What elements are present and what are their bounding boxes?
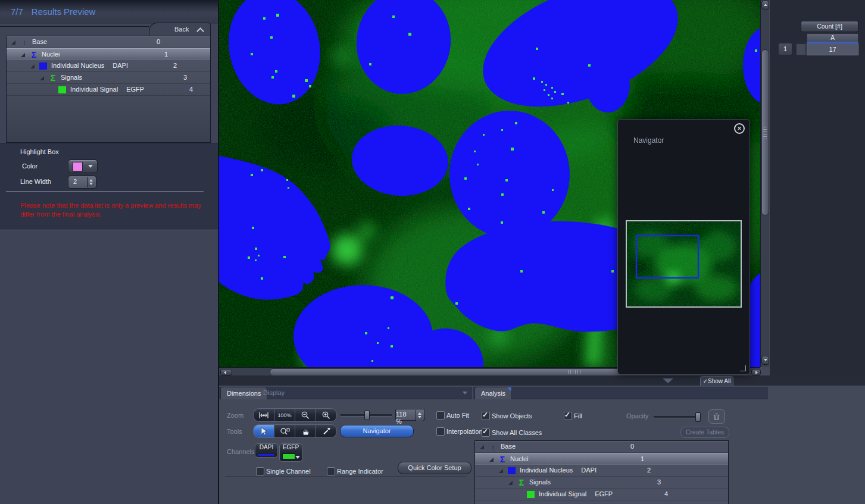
single-channel-checkbox[interactable] xyxy=(256,467,264,475)
channel-dapi-button[interactable]: DAPI xyxy=(255,443,278,458)
tree-row-individual-nucleus[interactable]: Individual NucleusDAPI2 xyxy=(475,465,728,477)
tree-row-signals[interactable]: ΣSignals3 xyxy=(475,477,728,489)
expander-icon[interactable] xyxy=(499,469,503,473)
results-table-panel: Count [#] A 1 17 xyxy=(770,0,865,375)
tab-analysis[interactable]: Analysis xyxy=(474,387,512,399)
tree-row-label: Nuclei xyxy=(42,51,60,58)
fit-view-button[interactable] xyxy=(253,408,274,422)
zoom-region-tool-button[interactable] xyxy=(274,424,295,438)
zoom-stepper[interactable] xyxy=(416,410,424,421)
tree-row-individual-nucleus[interactable]: Individual NucleusDAPI2 xyxy=(7,60,210,72)
column-a-header[interactable]: A xyxy=(807,33,858,43)
create-tables-button[interactable]: Create Tables xyxy=(680,427,729,438)
zoom-in-button[interactable] xyxy=(316,408,337,422)
blue-square-icon xyxy=(39,62,47,70)
single-channel-label: Single Channel xyxy=(266,468,311,475)
zoom-value-field[interactable]: 118 % xyxy=(395,409,425,421)
tree-row-label: Individual Nucleus xyxy=(520,467,573,474)
tree-row-nuclei[interactable]: ΣNuclei1 xyxy=(475,453,728,465)
arrow-down-icon xyxy=(764,359,767,361)
show-all-toggle[interactable]: ✓Show All xyxy=(700,376,733,386)
step-down-icon[interactable] xyxy=(89,183,93,185)
channel-egfp-button[interactable]: EGFP xyxy=(279,443,302,462)
expander-icon[interactable] xyxy=(30,64,35,68)
expander-icon[interactable] xyxy=(21,53,25,57)
zoom-100-button[interactable]: 100% xyxy=(274,408,295,422)
tree-row-base[interactable]: ↑Base0 xyxy=(475,441,728,453)
row-header[interactable]: 1 xyxy=(778,43,792,55)
auto-fit-checkbox[interactable] xyxy=(436,411,445,420)
expander-icon[interactable] xyxy=(480,445,484,449)
chevron-down-icon[interactable] xyxy=(295,456,300,459)
highlight-color-dropdown[interactable] xyxy=(68,159,98,173)
interpolation-checkbox[interactable] xyxy=(436,427,445,436)
expander-icon[interactable] xyxy=(508,481,513,485)
step-up-icon[interactable] xyxy=(89,179,93,181)
navigator-button[interactable]: Navigator xyxy=(340,425,414,437)
vertical-scrollbar[interactable] xyxy=(760,0,769,367)
scroll-up-button[interactable] xyxy=(761,1,769,10)
pan-tool-button[interactable] xyxy=(295,424,316,438)
zen-analysis-window: 7/7Results Preview Back ↑Base0 ΣNuclei1 … xyxy=(0,0,865,504)
delete-button[interactable] xyxy=(708,409,725,424)
spacer-cell xyxy=(796,43,806,55)
thumb-grip xyxy=(568,370,582,374)
chevron-down-icon xyxy=(88,165,93,168)
tree-row-individual-signal[interactable]: Individual SignalEGFP4 xyxy=(475,489,728,500)
expander-icon[interactable] xyxy=(40,76,44,80)
picker-tool-button[interactable] xyxy=(316,424,337,438)
tree-row-individual-signal[interactable]: Individual SignalEGFP4 xyxy=(7,84,210,96)
tree-row-label: Individual Signal xyxy=(539,490,586,497)
stepper-buttons[interactable] xyxy=(87,177,95,187)
cursor-tool-button[interactable] xyxy=(253,424,274,438)
tree-row-label: Nuclei xyxy=(510,455,529,462)
chevron-up-icon[interactable] xyxy=(196,27,204,35)
fill-label: Fill xyxy=(574,412,582,420)
tree-row-signals[interactable]: ΣSignals3 xyxy=(7,72,210,84)
check-icon: ✓ xyxy=(482,411,488,419)
vertical-scrollbar-thumb[interactable] xyxy=(761,49,769,215)
navigator-panel[interactable]: ✕ Navigator xyxy=(617,119,750,375)
count-column-header[interactable]: Count [#] xyxy=(801,21,858,32)
back-button[interactable]: Back xyxy=(149,23,211,37)
opacity-slider-handle[interactable] xyxy=(695,412,701,422)
scroll-left-button[interactable] xyxy=(220,369,232,375)
opacity-slider[interactable] xyxy=(654,416,700,418)
show-all-classes-checkbox[interactable]: ✓ xyxy=(482,428,490,437)
line-width-stepper[interactable]: 2 xyxy=(68,176,96,189)
navigator-title: Navigator xyxy=(633,136,664,145)
zoom-slider[interactable] xyxy=(341,414,392,417)
thumb-grip xyxy=(763,126,767,139)
tree-row-nuclei[interactable]: ΣNuclei1 xyxy=(7,48,210,60)
blue-square-icon xyxy=(508,467,516,474)
tree-row-base[interactable]: ↑Base0 xyxy=(7,36,210,48)
navigator-thumbnail[interactable] xyxy=(626,220,742,308)
close-icon[interactable]: ✕ xyxy=(734,123,745,134)
cursor-icon xyxy=(260,427,268,436)
channels-label: Channels xyxy=(227,448,254,455)
tree-row-label: Individual Signal xyxy=(70,86,118,93)
fill-checkbox[interactable]: ✓ xyxy=(564,412,572,420)
analysis-tabbar: Analysis xyxy=(473,387,768,399)
resize-grip[interactable] xyxy=(740,365,746,371)
line-width-value: 2 xyxy=(73,178,77,185)
tab-display[interactable]: Display xyxy=(257,387,291,399)
tree-row-channel: EGFP xyxy=(126,86,144,93)
count-value-cell[interactable]: 17 xyxy=(807,43,858,55)
page-title-text: Results Preview xyxy=(32,7,96,17)
scroll-right-button[interactable] xyxy=(751,369,761,375)
step-down-icon[interactable] xyxy=(418,416,421,418)
expander-icon[interactable] xyxy=(489,458,494,462)
tree-row-count: 1 xyxy=(164,49,168,60)
show-objects-checkbox[interactable]: ✓ xyxy=(482,412,490,420)
zoom-slider-handle[interactable] xyxy=(364,411,370,420)
zoom-out-button[interactable] xyxy=(295,408,316,422)
scroll-down-button[interactable] xyxy=(761,356,769,365)
quick-color-setup-button[interactable]: Quick Color Setup xyxy=(398,462,471,474)
egfp-color-swatch[interactable] xyxy=(282,453,295,459)
range-indicator-checkbox[interactable] xyxy=(327,467,335,475)
expander-icon[interactable] xyxy=(11,40,15,45)
collapse-triangle-icon[interactable] xyxy=(663,378,673,383)
step-up-icon[interactable] xyxy=(418,412,421,415)
chevron-down-icon[interactable] xyxy=(463,392,467,395)
